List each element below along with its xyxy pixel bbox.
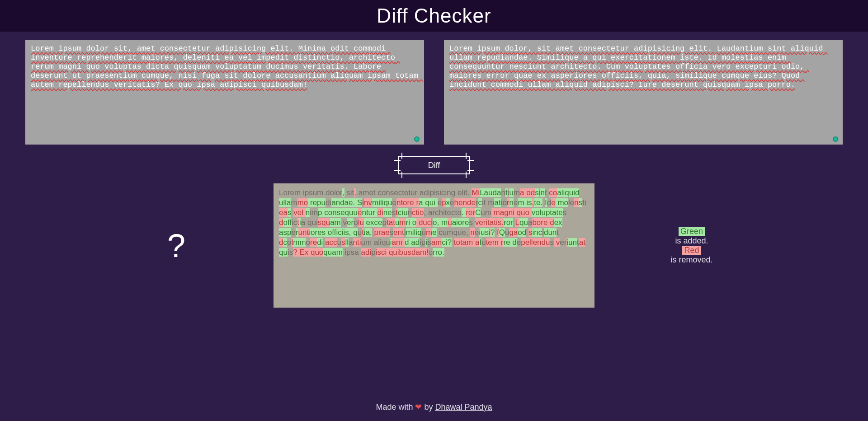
header: Diff Checker xyxy=(0,0,868,32)
author-link[interactable]: Dhawal Pandya xyxy=(435,402,492,412)
right-text-input[interactable] xyxy=(444,40,843,145)
footer-by: by xyxy=(422,402,435,412)
legend-red-text: is removed. xyxy=(670,255,712,265)
legend-red-label: Red xyxy=(682,246,701,255)
left-text-input[interactable] xyxy=(25,40,424,145)
grammarly-icon[interactable] xyxy=(833,136,838,142)
left-input-wrap xyxy=(25,40,424,146)
heart-icon: ❤ xyxy=(415,402,422,412)
help-icon[interactable]: ? xyxy=(167,227,185,264)
help-column: ? xyxy=(79,183,274,308)
diff-button-label: Diff xyxy=(428,161,440,170)
legend-red: Red xyxy=(682,246,701,255)
legend-green-label: Green xyxy=(679,227,705,236)
right-input-wrap xyxy=(444,40,843,146)
app-title: Diff Checker xyxy=(377,5,491,27)
legend-column: Green is added. Red is removed. xyxy=(594,183,789,308)
diff-button[interactable]: Diff xyxy=(398,156,470,174)
inputs-row xyxy=(0,32,868,146)
grammarly-icon[interactable] xyxy=(414,136,420,142)
diff-button-row: Diff xyxy=(0,156,868,174)
legend-green-text: is added. xyxy=(675,236,708,246)
legend-green: Green xyxy=(679,227,705,236)
footer: Made with ❤ by Dhawal Pandya xyxy=(0,402,868,412)
results-row: ? Lorem ipsum dolor, sit, amet consectet… xyxy=(0,183,868,308)
footer-prefix: Made with xyxy=(376,402,415,412)
diff-output: Lorem ipsum dolor, sit, amet consectetur… xyxy=(274,183,594,308)
